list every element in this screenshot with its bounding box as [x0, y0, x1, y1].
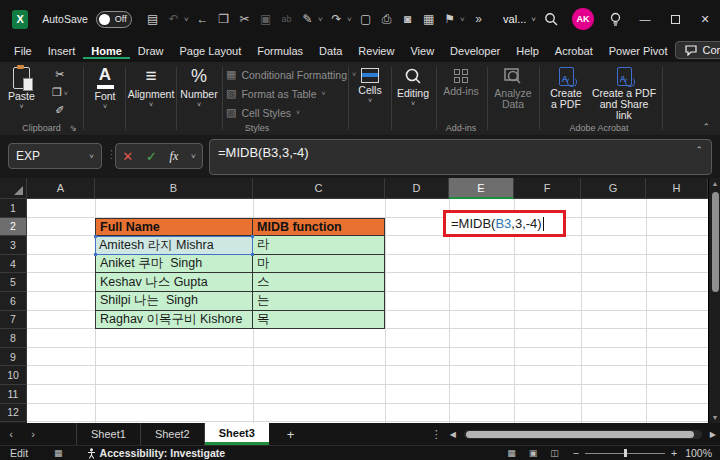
create-pdf-button[interactable]: A Createa PDF: [543, 65, 589, 110]
vertical-scrollbar[interactable]: ▲ ▼: [708, 178, 720, 423]
cut-icon[interactable]: ✂: [234, 12, 255, 26]
tab-review[interactable]: Review: [350, 42, 402, 59]
cell-b7[interactable]: Raghav 이목구비 Kishore: [95, 311, 253, 330]
row-header-10[interactable]: 10: [0, 366, 27, 385]
editing-group-button[interactable]: Editing ˅: [393, 65, 433, 107]
sheet-prev-icon[interactable]: ‹: [0, 428, 22, 440]
row-header-1[interactable]: 1: [0, 199, 27, 218]
flag-icon[interactable]: ⚑: [439, 12, 460, 26]
page-break-view-icon[interactable]: ◫: [550, 448, 559, 458]
zoom-slider[interactable]: [585, 453, 665, 454]
macro-record-icon[interactable]: ▦: [54, 448, 63, 458]
tab-power-pivot[interactable]: Power Pivot: [601, 42, 676, 59]
row-header-12[interactable]: 12: [0, 404, 27, 423]
tab-insert[interactable]: Insert: [40, 42, 84, 59]
save-icon[interactable]: ▤: [142, 12, 163, 26]
column-header-h[interactable]: H: [646, 178, 708, 199]
formula-input[interactable]: =MIDB(B3,3,-4) ⌃: [209, 139, 712, 175]
table-query-icon[interactable]: ▦: [418, 12, 439, 26]
zoom-out-icon[interactable]: −: [573, 447, 579, 459]
tab-draw[interactable]: Draw: [130, 42, 172, 59]
create-pdf-share-button[interactable]: A Create a PDFand Share link: [591, 65, 657, 121]
lightbulb-icon[interactable]: [600, 4, 630, 34]
row-header-11[interactable]: 11: [0, 385, 27, 404]
search-icon[interactable]: [536, 4, 566, 34]
sheet-options-icon[interactable]: ⋮: [431, 428, 442, 441]
tab-file[interactable]: File: [6, 42, 40, 59]
column-header-f[interactable]: F: [514, 178, 581, 199]
format-painter-icon[interactable]: ✐: [55, 104, 64, 117]
cell-c3[interactable]: 라: [253, 236, 385, 255]
column-header-c[interactable]: C: [253, 178, 385, 199]
row-header-4[interactable]: 4: [0, 255, 27, 274]
row-header-8[interactable]: 8: [0, 329, 27, 348]
zoom-slider-thumb[interactable]: [624, 449, 627, 457]
referenced-cell-b3[interactable]: Amitesh 라지 Mishra: [95, 236, 253, 255]
cell-b4[interactable]: Aniket 쿠마 Singh: [95, 255, 253, 274]
horizontal-scrollbar[interactable]: [464, 430, 702, 439]
cells-area[interactable]: Full Name MIDB function 라 Aniket 쿠마 Sing…: [27, 199, 708, 423]
font-group-button[interactable]: A Font ˅: [88, 65, 122, 110]
copy-icon[interactable]: ❐: [213, 12, 234, 26]
horizontal-scroll-thumb[interactable]: [466, 431, 694, 438]
zoom-in-icon[interactable]: +: [671, 447, 677, 459]
sheet-tab-sheet3[interactable]: Sheet3: [205, 423, 269, 445]
accessibility-status[interactable]: Accessibility: Investigate: [87, 447, 225, 459]
clipboard-dialog-launcher-icon[interactable]: ⇘: [69, 123, 77, 133]
insert-function-icon[interactable]: fx: [170, 149, 179, 164]
select-all-corner[interactable]: [0, 178, 27, 199]
draw-icon[interactable]: ✎: [297, 12, 318, 26]
cell-c4[interactable]: 마: [253, 255, 385, 274]
cell-c6[interactable]: 는: [253, 292, 385, 311]
column-header-d[interactable]: D: [385, 178, 449, 199]
tab-developer[interactable]: Developer: [442, 42, 508, 59]
print-icon[interactable]: ⎙: [376, 12, 397, 26]
document-title[interactable]: val... ˅: [503, 13, 536, 25]
row-header-7[interactable]: 7: [0, 311, 27, 330]
account-avatar[interactable]: AK: [572, 8, 594, 30]
maximize-button[interactable]: [660, 4, 690, 34]
row-header-3[interactable]: 3: [0, 236, 27, 255]
vertical-scroll-thumb[interactable]: [712, 192, 719, 292]
tab-formulas[interactable]: Formulas: [249, 42, 311, 59]
normal-view-icon[interactable]: ▦: [507, 448, 516, 458]
scroll-up-icon[interactable]: ▲: [709, 180, 720, 187]
qat-overflow-icon[interactable]: »: [468, 12, 489, 26]
formula-bar-collapse-icon[interactable]: ⌃: [695, 145, 703, 155]
cells-group-button[interactable]: Cells ˅: [352, 65, 388, 104]
number-group-button[interactable]: % Number ˅: [178, 65, 220, 108]
row-header-6[interactable]: 6: [0, 292, 27, 311]
tab-acrobat[interactable]: Acrobat: [547, 42, 601, 59]
tab-help[interactable]: Help: [508, 42, 547, 59]
new-file-icon[interactable]: ▢: [355, 12, 376, 26]
name-box[interactable]: EXP ˅: [8, 143, 102, 169]
cell-b2[interactable]: Full Name: [95, 218, 253, 237]
cell-c2[interactable]: MIDB function: [253, 218, 385, 237]
minimize-button[interactable]: —: [630, 4, 660, 34]
cell-c5[interactable]: 스: [253, 273, 385, 292]
hscroll-left-icon[interactable]: ◀: [450, 430, 456, 439]
row-header-5[interactable]: 5: [0, 273, 27, 292]
ribbon-collapse-icon[interactable]: ⌃: [702, 122, 710, 132]
scroll-down-icon[interactable]: ▼: [709, 414, 720, 421]
close-button[interactable]: ✕: [690, 4, 720, 34]
zoom-percentage[interactable]: 100%: [685, 447, 712, 459]
row-header-9[interactable]: 9: [0, 348, 27, 367]
comments-button[interactable]: Comments: [675, 41, 720, 59]
column-header-g[interactable]: G: [581, 178, 646, 199]
autosave-toggle[interactable]: Off: [96, 11, 132, 28]
sheet-next-icon[interactable]: ›: [22, 428, 44, 440]
column-header-b[interactable]: B: [95, 178, 253, 199]
tab-page-layout[interactable]: Page Layout: [171, 42, 249, 59]
alignment-group-button[interactable]: ≡ Alignment ˅: [128, 65, 174, 108]
column-header-a[interactable]: A: [27, 178, 95, 199]
tab-view[interactable]: View: [402, 42, 442, 59]
paste-button[interactable]: Paste ˅: [8, 65, 35, 110]
undo-icon[interactable]: ↶: [163, 12, 184, 26]
column-header-e[interactable]: E: [449, 178, 514, 199]
active-cell-e2-annotation[interactable]: =MIDB(B3,3,-4): [443, 210, 566, 237]
sheet-tab-sheet2[interactable]: Sheet2: [141, 423, 205, 445]
tab-data[interactable]: Data: [311, 42, 350, 59]
copy-small-icon[interactable]: ❐ ˅: [52, 86, 68, 99]
row-header-2[interactable]: 2: [0, 218, 27, 237]
